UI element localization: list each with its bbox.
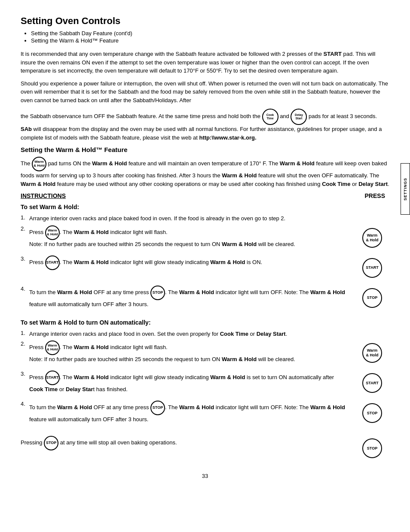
step4-row: 4. To turn the Warm & Hold OFF at any ti…: [21, 286, 389, 314]
start-btn-auto3: START: [45, 371, 60, 385]
page-number: 33: [21, 473, 389, 479]
step1-num: 1.: [21, 214, 29, 221]
para1: It is recommended that any oven temperat…: [21, 50, 389, 75]
auto-step3-row: 3. Press START. The Warm & Hold indicato…: [21, 371, 389, 399]
auto-step3: 3. Press START. The Warm & Hold indicato…: [21, 371, 348, 394]
page-title: Setting Oven Controls: [21, 15, 389, 27]
step2-right: Warm& Hold: [355, 225, 389, 254]
auto-step1-row: 1. Arrange interior oven racks and place…: [21, 330, 389, 338]
step2-text: Press Warm& Hold. The Warm & Hold indica…: [29, 225, 348, 240]
press-label: PRESS: [365, 192, 385, 199]
step2-num: 2.: [21, 225, 29, 232]
auto-step2-right: Warm& Hold: [355, 340, 389, 369]
auto-step2-num: 2.: [21, 340, 29, 347]
step4-right: STOP: [355, 286, 389, 314]
step2: 2. Press Warm& Hold. The Warm & Hold ind…: [21, 225, 348, 240]
auto-step4-left: 4. To turn the Warm & Hold OFF at any ti…: [21, 401, 355, 424]
warm-hold-icon-inline-1: Warm& Hold: [32, 157, 46, 171]
para2: Should you experience a power failure or…: [21, 79, 389, 105]
para1-bold: START: [324, 51, 342, 57]
final-text: Pressing STOP at any time will stop all …: [21, 436, 348, 450]
step3: 3. Press START. The Warm & Hold indicato…: [21, 255, 348, 270]
step3-left: 3. Press START. The Warm & Hold indicato…: [21, 255, 355, 270]
stop-btn-auto4: STOP: [150, 401, 165, 415]
start-press-btn-2: START: [362, 373, 382, 393]
step1-left: 1. Arrange interior oven racks and place…: [21, 214, 355, 223]
step1: 1. Arrange interior oven racks and place…: [21, 214, 348, 223]
warm-hold-btn-auto2: Warm& Hold: [45, 340, 60, 355]
delaystart-icon-inline: DelayStart: [291, 109, 307, 125]
sab-bold: SAb: [21, 126, 32, 132]
bullet-list: Setting the Sabbath Day Feature (cont'd)…: [31, 30, 389, 44]
final-row: Pressing STOP at any time will stop all …: [21, 436, 389, 464]
set-warm-hold-title: To set Warm & Hold:: [21, 203, 389, 212]
section2-para: The Warm& Hold pad turns ON the Warm & H…: [21, 157, 389, 188]
step1-text: Arrange interior oven racks and place ba…: [29, 214, 348, 223]
step3-row: 3. Press START. The Warm & Hold indicato…: [21, 255, 389, 284]
stop-press-btn-final: STOP: [362, 438, 382, 458]
auto-step2-note: Note: If no further pads are touched wit…: [29, 355, 348, 364]
auto-step3-text: Press START. The Warm & Hold indicator l…: [29, 371, 348, 394]
step4: 4. To turn the Warm & Hold OFF at any ti…: [21, 286, 348, 309]
step2-row: 2. Press Warm& Hold. The Warm & Hold ind…: [21, 225, 389, 254]
stop-press-btn-2: STOP: [362, 403, 382, 423]
auto-step3-num: 3.: [21, 371, 29, 377]
stop-btn-final: STOP: [44, 436, 58, 450]
auto-step3-left: 3. Press START. The Warm & Hold indicato…: [21, 371, 355, 394]
auto-step1: 1. Arrange interior oven racks and place…: [21, 330, 348, 338]
warm-hold-press-btn-2: Warm& Hold: [362, 343, 382, 363]
auto-step3-right: START: [355, 371, 389, 399]
auto-step1-left: 1. Arrange interior oven racks and place…: [21, 330, 355, 338]
stop-btn-step4: STOP: [150, 286, 165, 300]
auto-step4-row: 4. To turn the Warm & Hold OFF at any ti…: [21, 401, 389, 429]
step3-num: 3.: [21, 255, 29, 262]
auto-step4: 4. To turn the Warm & Hold OFF at any ti…: [21, 401, 348, 424]
set-warm-hold-auto-title: To set Warm & Hold to turn ON automatica…: [21, 318, 389, 327]
step3-right: START: [355, 255, 389, 284]
instructions-row: INSTRUCTIONS PRESS: [21, 192, 389, 199]
auto-step2-row: 2. Press Warm& Hold. The Warm & Hold ind…: [21, 340, 389, 369]
bullet-item-2: Setting the Warm & Hold™ Feature: [31, 37, 389, 44]
auto-step2: 2. Press Warm& Hold. The Warm & Hold ind…: [21, 340, 348, 355]
final-right: STOP: [355, 436, 389, 464]
auto-step2-left: 2. Press Warm& Hold. The Warm & Hold ind…: [21, 340, 355, 366]
url-bold: http:\\www.star-k.org.: [199, 134, 257, 141]
page: SETTINGS Setting Oven Controls Setting t…: [0, 0, 410, 495]
side-tab: SETTINGS: [401, 163, 410, 215]
step4-left: 4. To turn the Warm & Hold OFF at any ti…: [21, 286, 355, 309]
warm-hold-press-btn-1: Warm& Hold: [362, 228, 382, 248]
step4-text: To turn the Warm & Hold OFF at any time …: [29, 286, 348, 309]
auto-step4-text: To turn the Warm & Hold OFF at any time …: [29, 401, 348, 424]
section2-title: Setting the Warm & Hold™ Feature: [21, 146, 389, 153]
start-press-btn-1: START: [362, 258, 382, 278]
auto-step4-right: STOP: [355, 401, 389, 429]
final-left: Pressing STOP at any time will stop all …: [21, 436, 355, 455]
cooktime-icon-inline: CookTime: [262, 109, 278, 125]
step4-num: 4.: [21, 286, 29, 292]
start-btn-step3: START: [45, 255, 60, 270]
step2-left: 2. Press Warm& Hold. The Warm & Hold ind…: [21, 225, 355, 251]
para3: the Sabbath observance turn OFF the Sabb…: [21, 109, 389, 142]
auto-step1-text: Arrange interior oven racks and place fo…: [29, 330, 348, 338]
step1-row: 1. Arrange interior oven racks and place…: [21, 214, 389, 223]
auto-step1-num: 1.: [21, 330, 29, 336]
step3-text: Press START. The Warm & Hold indicator l…: [29, 255, 348, 270]
auto-step2-text: Press Warm& Hold. The Warm & Hold indica…: [29, 340, 348, 355]
warm-hold-btn-step2: Warm& Hold: [45, 225, 60, 240]
auto-step4-num: 4.: [21, 401, 29, 407]
instructions-label: INSTRUCTIONS: [21, 192, 66, 199]
bullet-item-1: Setting the Sabbath Day Feature (cont'd): [31, 30, 389, 36]
step2-note: Note: If no further pads are touched wit…: [29, 240, 348, 249]
stop-press-btn-1: STOP: [362, 288, 382, 308]
